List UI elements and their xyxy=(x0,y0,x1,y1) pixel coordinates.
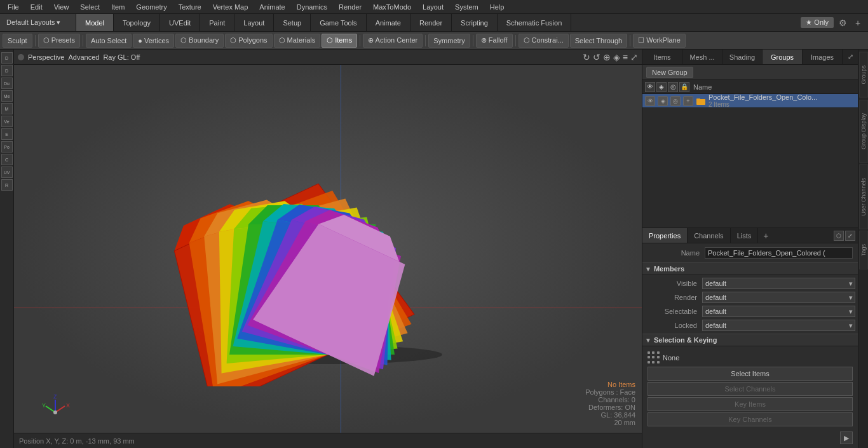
props-icon-2[interactable]: ⤢ xyxy=(845,231,855,241)
menu-render[interactable]: Render xyxy=(334,2,367,12)
ls-btn-mes[interactable]: Me xyxy=(1,90,13,102)
menu-system[interactable]: System xyxy=(450,2,484,12)
menu-vertex-map[interactable]: Vertex Map xyxy=(208,2,254,12)
ls-btn-c[interactable]: C xyxy=(1,154,13,165)
presets-button[interactable]: ⬡ Presets xyxy=(38,34,80,48)
rp-tab-images[interactable]: Images xyxy=(803,50,843,64)
select-channels-button[interactable]: Select Channels xyxy=(648,382,853,396)
props-tab-add[interactable]: + xyxy=(758,228,773,243)
menu-view[interactable]: View xyxy=(49,2,74,12)
ls-btn-e[interactable]: E xyxy=(1,128,13,140)
menu-select[interactable]: Select xyxy=(75,2,105,12)
layout-gear-button[interactable]: ⚙ xyxy=(836,17,849,29)
list-item-vis[interactable]: 👁 xyxy=(645,96,655,106)
ls-btn-dup[interactable]: Du xyxy=(1,78,13,89)
list-ctrl-lock[interactable]: 🔒 xyxy=(679,82,689,92)
rp-tab-items[interactable]: Items xyxy=(642,50,682,64)
menu-layout[interactable]: Layout xyxy=(417,2,449,12)
select-through-button[interactable]: Select Through xyxy=(570,34,627,48)
menu-edit[interactable]: Edit xyxy=(25,2,48,12)
layout-dropdown[interactable]: Default Layouts ▾ xyxy=(0,14,76,31)
rp-tab-shading[interactable]: Shading xyxy=(722,50,763,64)
selectable-select[interactable]: default ▾ xyxy=(702,306,855,317)
tab-game-tools[interactable]: Game Tools xyxy=(311,14,367,31)
boundary-button[interactable]: ⬡ Boundary xyxy=(175,34,224,48)
tab-render[interactable]: Render xyxy=(410,14,452,31)
visible-select[interactable]: default ▾ xyxy=(702,278,855,289)
vp-icon-camera[interactable]: ◈ xyxy=(613,52,620,62)
rp-tab-mesh[interactable]: Mesh ... xyxy=(682,50,722,64)
vtab-tags[interactable]: Tags xyxy=(859,231,868,269)
auto-select-button[interactable]: Auto Select xyxy=(86,34,132,48)
key-items-button[interactable]: Key Items xyxy=(648,397,853,411)
rp-tab-expand[interactable]: ⤢ xyxy=(843,50,858,64)
list-item-folders[interactable]: 👁 ◈ ◎ + Pocket_File_Folders_Open_Colo...… xyxy=(642,94,858,108)
menu-geometry[interactable]: Geometry xyxy=(131,2,172,12)
menu-file[interactable]: File xyxy=(3,2,24,12)
menu-texture[interactable]: Texture xyxy=(173,2,207,12)
symmetry-button[interactable]: Symmetry xyxy=(428,34,470,48)
ls-btn-ver[interactable]: Ve xyxy=(1,116,13,127)
expand-button[interactable]: ▶ xyxy=(840,431,853,444)
sculpt-button[interactable]: Sculpt xyxy=(3,34,32,48)
vertices-button[interactable]: ● Vertices xyxy=(133,34,174,48)
vtab-groups[interactable]: Groups xyxy=(859,52,868,98)
list-item-render[interactable]: ◈ xyxy=(658,96,668,106)
menu-maxtomodo[interactable]: MaxToModo xyxy=(368,2,416,12)
workplane-button[interactable]: ☐ WorkPlane xyxy=(633,34,686,48)
tab-topology[interactable]: Topology xyxy=(114,14,160,31)
vtab-user-channels[interactable]: User Channels xyxy=(859,165,868,229)
tab-setup[interactable]: Setup xyxy=(274,14,311,31)
tab-layout[interactable]: Layout xyxy=(234,14,274,31)
tab-schematic-fusion[interactable]: Schematic Fusion xyxy=(498,14,571,31)
members-section-header[interactable]: ▼ Members xyxy=(642,262,858,275)
menu-item[interactable]: Item xyxy=(106,2,130,12)
ls-btn-2[interactable]: D xyxy=(1,65,13,76)
menu-animate[interactable]: Animate xyxy=(254,2,290,12)
locked-select[interactable]: default ▾ xyxy=(702,320,855,331)
ls-btn-1[interactable]: D xyxy=(1,52,13,64)
viewport[interactable]: Perspective Advanced Ray GL: Off ↻ ↺ ⊕ ◈… xyxy=(14,50,642,448)
tab-lists[interactable]: Lists xyxy=(731,228,759,243)
items-button[interactable]: ⬡ Items xyxy=(322,34,357,48)
tab-model[interactable]: Model xyxy=(76,14,114,31)
action-center-button[interactable]: ⊕ Action Center xyxy=(363,34,423,48)
props-icon-1[interactable]: ⬡ xyxy=(834,231,844,241)
tab-scripting[interactable]: Scripting xyxy=(452,14,498,31)
menu-help[interactable]: Help xyxy=(485,2,510,12)
new-group-button[interactable]: New Group xyxy=(646,67,693,78)
materials-button[interactable]: ⬡ Materials xyxy=(274,34,321,48)
vp-icon-zoom[interactable]: ⊕ xyxy=(603,52,611,62)
tab-uvedit[interactable]: UVEdit xyxy=(160,14,200,31)
ls-btn-r[interactable]: R xyxy=(1,179,13,191)
ls-btn-pol[interactable]: Po xyxy=(1,141,13,153)
vp-mode[interactable]: Perspective xyxy=(28,53,64,61)
list-item-sel[interactable]: ◎ xyxy=(670,96,681,106)
falloff-button[interactable]: ⊗ Falloff xyxy=(476,34,513,48)
select-items-button[interactable]: Select Items xyxy=(648,367,853,381)
tab-paint[interactable]: Paint xyxy=(200,14,234,31)
vp-icon-undo[interactable]: ↺ xyxy=(593,52,600,62)
list-item-lock[interactable]: + xyxy=(683,96,693,106)
layout-add-button[interactable]: + xyxy=(851,17,864,29)
vp-icon-settings[interactable]: ≡ xyxy=(623,52,628,62)
list-ctrl-render[interactable]: ◈ xyxy=(656,82,667,92)
menu-dynamics[interactable]: Dynamics xyxy=(292,2,332,12)
vp-icon-rotate[interactable]: ↻ xyxy=(583,52,590,62)
name-input[interactable] xyxy=(705,247,853,259)
vp-icon-expand[interactable]: ⤢ xyxy=(630,52,638,62)
tab-channels[interactable]: Channels xyxy=(688,228,730,243)
vp-display[interactable]: Advanced xyxy=(68,53,99,61)
rp-tab-groups[interactable]: Groups xyxy=(763,50,803,64)
ls-btn-uv[interactable]: UV xyxy=(1,166,13,178)
list-ctrl-sel[interactable]: ◎ xyxy=(668,82,678,92)
constraint-button[interactable]: ⬡ Constrai... xyxy=(519,34,569,48)
key-channels-button[interactable]: Key Channels xyxy=(648,412,853,426)
ls-btn-m[interactable]: M xyxy=(1,103,13,114)
tab-animate[interactable]: Animate xyxy=(367,14,410,31)
render-select[interactable]: default ▾ xyxy=(702,292,855,303)
polygons-button[interactable]: ⬡ Polygons xyxy=(225,34,272,48)
list-ctrl-eye[interactable]: 👁 xyxy=(645,82,655,92)
vtab-group-display[interactable]: Group Display xyxy=(859,100,868,163)
sel-keying-section-header[interactable]: ▼ Selection & Keying xyxy=(642,334,858,346)
